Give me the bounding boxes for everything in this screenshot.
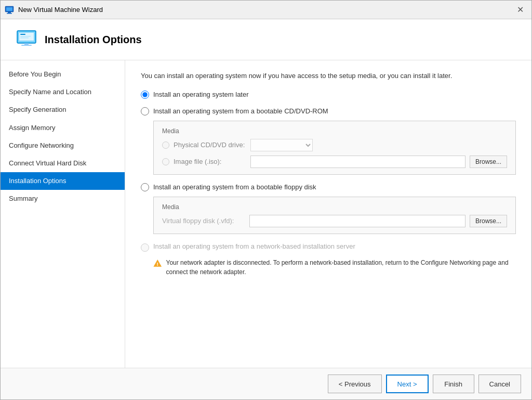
content-area: You can install an operating system now … [125,60,531,368]
sidebar-item-summary[interactable]: Summary [1,190,125,208]
svg-rect-9 [20,37,29,38]
previous-button[interactable]: < Previous [328,375,382,393]
image-file-label: Image file (.iso): [174,158,246,165]
install-later-text: Install an operating system later [153,91,249,98]
image-file-row: Image file (.iso): Browse... [162,156,507,168]
option-install-cd-dvd: Install an operating system from a boota… [141,107,516,175]
network-warning-box: ! Your network adapter is disconnected. … [153,256,516,279]
window-title: New Virtual Machine Wizard [18,6,103,14]
option-install-network: Install an operating system from a netwo… [141,242,516,279]
svg-rect-7 [20,34,25,35]
svg-rect-2 [8,12,11,13]
svg-rect-8 [20,36,31,37]
next-button[interactable]: Next > [386,375,429,393]
physical-cd-select[interactable] [250,139,313,151]
radio-floppy[interactable] [141,183,149,191]
sidebar-item-connect-virtual-hard-disk[interactable]: Connect Virtual Hard Disk [1,154,125,172]
sidebar-item-configure-networking[interactable]: Configure Networking [1,137,125,154]
title-bar-left: New Virtual Machine Wizard [5,5,103,15]
footer: < Previous Next > Finish Cancel [1,368,531,399]
option-install-floppy: Install an operating system from a boota… [141,183,516,234]
header-section: Installation Options [1,19,531,60]
radio-cd-dvd-label[interactable]: Install an operating system from a boota… [141,107,516,115]
header-icon [16,30,37,49]
main-window: New Virtual Machine Wizard ✕ Installatio… [0,0,532,400]
radio-install-later[interactable] [141,91,149,99]
sidebar-item-specify-generation[interactable]: Specify Generation [1,101,125,119]
title-bar: New Virtual Machine Wizard ✕ [1,1,531,19]
finish-button[interactable]: Finish [433,375,474,393]
radio-physical-cd[interactable] [162,141,169,149]
cancel-button[interactable]: Cancel [478,375,521,393]
install-cd-dvd-text: Install an operating system from a boota… [153,107,328,115]
svg-rect-1 [6,7,12,11]
floppy-label: Virtual floppy disk (.vfd): [162,217,245,225]
floppy-browse-button[interactable]: Browse... [470,215,507,227]
image-file-browse-button[interactable]: Browse... [470,156,507,168]
network-option-row: Install an operating system from a netwo… [141,242,516,252]
cd-dvd-media-label: Media [162,127,507,135]
floppy-input[interactable] [249,215,466,227]
install-floppy-text: Install an operating system from a boota… [153,183,316,191]
radio-image-file[interactable] [162,158,169,165]
warning-icon: ! [153,258,162,268]
svg-rect-10 [24,43,29,45]
svg-rect-3 [7,13,12,14]
close-button[interactable]: ✕ [513,3,527,17]
image-file-input[interactable] [250,156,466,168]
page-title: Installation Options [45,34,142,46]
sidebar-item-installation-options[interactable]: Installation Options [1,172,125,190]
install-network-text: Install an operating system from a netwo… [153,242,355,250]
radio-floppy-label[interactable]: Install an operating system from a boota… [141,183,516,191]
physical-cd-row: Physical CD/DVD drive: [162,139,507,151]
radio-install-later-label[interactable]: Install an operating system later [141,91,516,99]
app-icon [5,5,14,15]
option-install-later: Install an operating system later [141,91,516,99]
floppy-media-box: Media Virtual floppy disk (.vfd): Browse… [153,197,516,234]
network-warning-text: Your network adapter is disconnected. To… [166,258,516,277]
description-text: You can install an operating system now … [141,71,516,81]
floppy-row: Virtual floppy disk (.vfd): Browse... [162,215,507,227]
floppy-media-label: Media [162,203,507,211]
sidebar-item-before-you-begin[interactable]: Before You Begin [1,66,125,83]
svg-rect-11 [21,45,32,46]
sidebar: Before You Begin Specify Name and Locati… [1,60,125,368]
main-content: Before You Begin Specify Name and Locati… [1,60,531,368]
radio-network[interactable] [141,243,149,252]
sidebar-item-specify-name-location[interactable]: Specify Name and Location [1,83,125,101]
svg-text:!: ! [157,261,158,266]
cd-dvd-media-box: Media Physical CD/DVD drive: Image file … [153,121,516,175]
physical-cd-label: Physical CD/DVD drive: [174,141,246,149]
sidebar-item-assign-memory[interactable]: Assign Memory [1,119,125,137]
radio-cd-dvd[interactable] [141,107,149,115]
